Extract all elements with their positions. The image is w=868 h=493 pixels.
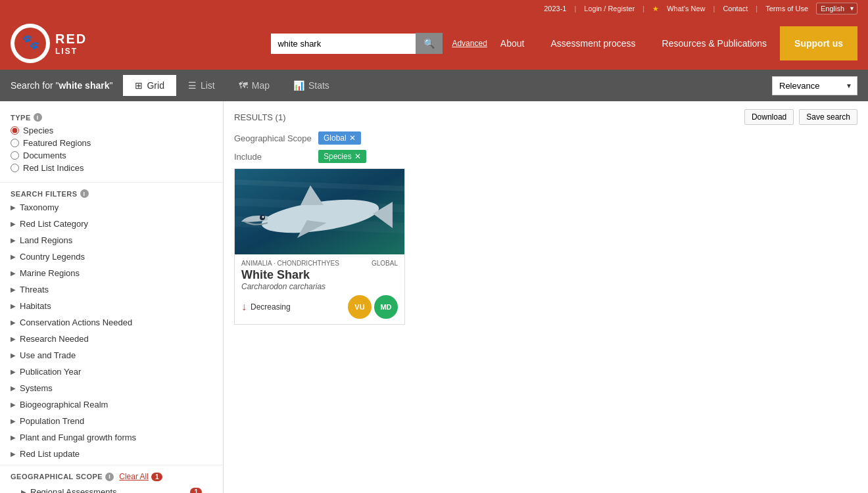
divider	[0, 182, 223, 183]
tab-grid-label: Grid	[147, 80, 164, 91]
filter-habitats[interactable]: ▶ Habitats	[0, 298, 223, 314]
grid-icon: ⊞	[135, 80, 143, 91]
type-info-icon[interactable]: i	[34, 113, 42, 122]
filters-label: SEARCH FILTERS i	[0, 185, 223, 199]
results-actions: Download Save search	[744, 109, 857, 125]
geo-tag: Global ✕	[318, 131, 361, 145]
geo-info-icon[interactable]: i	[105, 473, 114, 481]
login-link[interactable]: Login / Register	[584, 5, 635, 12]
filter-red-list-update[interactable]: ▶ Red List update	[0, 446, 223, 462]
filter-land-regions[interactable]: ▶ Land Regions	[0, 232, 223, 248]
advanced-link[interactable]: Advanced	[452, 39, 487, 48]
save-search-button[interactable]: Save search	[799, 109, 857, 125]
language-selector[interactable]: English ▼	[816, 3, 857, 14]
language-dropdown[interactable]: English	[816, 3, 857, 14]
nav-about[interactable]: About	[487, 26, 538, 60]
filter-population-trend[interactable]: ▶ Population Trend	[0, 413, 223, 429]
radio-documents[interactable]: Documents	[11, 149, 212, 162]
status-badge-md: MD	[374, 295, 398, 319]
divider	[0, 465, 223, 465]
tab-map[interactable]: 🗺 Map	[227, 75, 281, 96]
terms-link[interactable]: Terms of Use	[765, 5, 808, 12]
filter-plant-fungal[interactable]: ▶ Plant and Fungal growth forms	[0, 429, 223, 446]
chevron-right-icon: ▶	[11, 270, 16, 277]
logo-text-block: RED LIST	[55, 32, 87, 56]
geo-scope-section: GEOGRAPHICAL SCOPE i Clear All 1 ▶ Regio…	[0, 468, 223, 493]
year-label: 2023-1	[544, 5, 566, 12]
chevron-right-icon: ▶	[11, 220, 16, 227]
trend-label: Decreasing	[251, 302, 291, 312]
nav-support[interactable]: Support us	[780, 26, 857, 60]
filters-info-icon[interactable]: i	[80, 189, 89, 198]
trend-down-icon: ↓	[241, 301, 247, 313]
chevron-right-icon: ▶	[11, 237, 16, 244]
chevron-right-icon: ▶	[11, 434, 16, 441]
species-image	[235, 169, 405, 254]
chevron-right-icon: ▶	[11, 286, 16, 293]
filter-systems[interactable]: ▶ Systems	[0, 380, 223, 396]
tab-stats[interactable]: 📊 Stats	[281, 75, 341, 96]
filter-biogeographical-realm[interactable]: ▶ Biogeographical Realm	[0, 396, 223, 413]
nav-resources[interactable]: Resources & Publications	[649, 26, 781, 60]
sort-select[interactable]: Relevance	[772, 76, 857, 95]
search-query: white shark	[59, 80, 109, 91]
tab-stats-label: Stats	[308, 80, 329, 91]
main-content: TYPE i Species Featured Regions Document…	[0, 101, 868, 493]
include-tag-remove[interactable]: ✕	[354, 152, 361, 161]
species-scope: GLOBAL	[372, 260, 398, 267]
species-latin: Carcharodon carcharias	[241, 282, 398, 291]
radio-species[interactable]: Species	[11, 124, 212, 137]
species-card[interactable]: ANIMALIA · CHONDRICHTHYES GLOBAL White S…	[234, 168, 405, 325]
download-button[interactable]: Download	[744, 109, 794, 125]
include-tag: Species ✕	[318, 150, 366, 163]
chevron-right-icon: ▶	[11, 204, 16, 211]
chevron-right-icon: ▶	[21, 488, 26, 493]
filter-conservation-actions[interactable]: ▶ Conservation Actions Needed	[0, 314, 223, 331]
stats-icon: 📊	[293, 80, 304, 91]
filter-regional-assessments[interactable]: ▶ Regional Assessments 1	[11, 484, 212, 493]
content-area: RESULTS (1) Download Save search Geograp…	[224, 101, 868, 493]
filter-use-and-trade[interactable]: ▶ Use and Trade	[0, 347, 223, 364]
main-nav: About Assessment process Resources & Pub…	[487, 26, 857, 60]
include-filter-label: Include	[234, 152, 313, 162]
sidebar: TYPE i Species Featured Regions Document…	[0, 101, 224, 493]
chevron-right-icon: ▶	[11, 385, 16, 392]
regional-badge: 1	[190, 488, 202, 493]
geo-badge: 1	[151, 473, 163, 481]
chevron-right-icon: ▶	[11, 368, 16, 375]
geo-scope-label: GEOGRAPHICAL SCOPE i	[11, 473, 114, 481]
chevron-right-icon: ▶	[11, 302, 16, 310]
chevron-right-icon: ▶	[11, 253, 16, 260]
geo-scope-filter-bar: Geographical Scope Global ✕	[234, 131, 857, 145]
radio-featured-regions[interactable]: Featured Regions	[11, 137, 212, 149]
logo-red-text: RED	[55, 32, 87, 47]
geo-clear-all[interactable]: Clear All	[119, 472, 149, 481]
filter-threats[interactable]: ▶ Threats	[0, 281, 223, 298]
geo-tag-remove[interactable]: ✕	[349, 133, 356, 143]
radio-red-list-indices[interactable]: Red List Indices	[11, 162, 212, 174]
filter-publication-year[interactable]: ▶ Publication Year	[0, 364, 223, 380]
whats-new-link[interactable]: What's New	[667, 5, 705, 12]
species-name: White Shark	[241, 268, 398, 282]
species-meta: ANIMALIA · CHONDRICHTHYES GLOBAL	[241, 260, 398, 267]
filter-marine-regions[interactable]: ▶ Marine Regions	[0, 265, 223, 281]
chevron-right-icon: ▶	[11, 417, 16, 425]
results-count: RESULTS (1)	[234, 112, 286, 122]
status-badge-vu: VU	[348, 295, 372, 319]
search-input[interactable]	[271, 34, 416, 54]
chevron-right-icon: ▶	[11, 450, 16, 458]
filter-research-needed[interactable]: ▶ Research Needed	[0, 331, 223, 347]
tab-map-label: Map	[252, 80, 270, 91]
filter-taxonomy[interactable]: ▶ Taxonomy	[0, 199, 223, 216]
search-button[interactable]: 🔍	[416, 33, 443, 54]
map-icon: 🗺	[239, 80, 248, 91]
type-section: TYPE i Species Featured Regions Document…	[0, 109, 223, 179]
nav-assessment[interactable]: Assessment process	[537, 26, 648, 60]
search-area: 🔍 Advanced	[271, 33, 487, 54]
tab-list[interactable]: ☰ List	[176, 75, 227, 96]
contact-link[interactable]: Contact	[723, 5, 748, 12]
filter-country-legends[interactable]: ▶ Country Legends	[0, 248, 223, 265]
species-status: ↓ Decreasing VU MD	[241, 295, 398, 319]
tab-grid[interactable]: ⊞ Grid	[123, 75, 176, 96]
filter-red-list-category[interactable]: ▶ Red List Category	[0, 216, 223, 232]
